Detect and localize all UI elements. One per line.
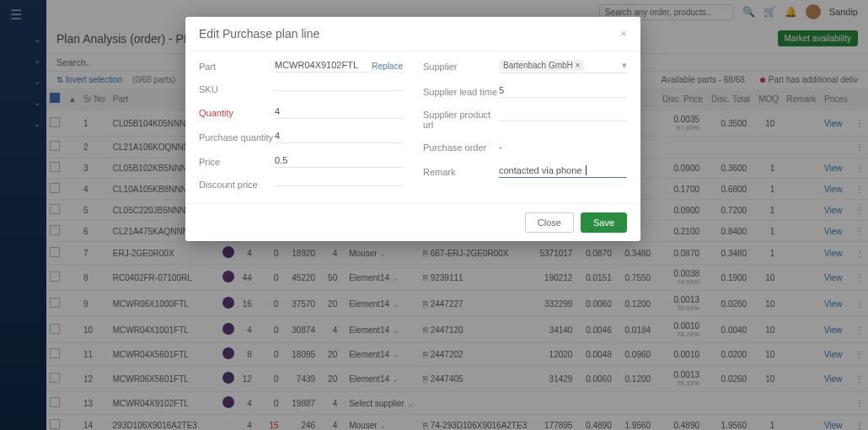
lead-time-label: Supplier lead time (423, 87, 499, 97)
part-label: Part (199, 62, 275, 72)
save-button[interactable]: Save (581, 212, 627, 233)
purchase-qty-input[interactable]: 4 (275, 131, 403, 143)
lead-time-input[interactable]: 5 (499, 85, 627, 98)
remark-label: Remark (423, 167, 499, 177)
modal-title: Edit Purchase plan line (199, 27, 319, 40)
close-icon[interactable]: × (620, 27, 627, 40)
quantity-input[interactable]: 4 (275, 106, 403, 119)
discount-price-input[interactable] (275, 184, 403, 186)
supplier-label: Supplier (423, 62, 499, 72)
sku-label: SKU (199, 84, 275, 94)
product-url-input[interactable] (499, 119, 627, 121)
remark-input[interactable]: contacted via phone (499, 165, 627, 178)
discount-price-label: Discount price (199, 180, 275, 190)
sku-input[interactable] (275, 89, 403, 91)
quantity-label: Quantity (199, 108, 275, 118)
product-url-label: Supplier product url (423, 110, 499, 130)
price-input[interactable]: 0.5 (275, 155, 403, 168)
edit-purchase-plan-modal: Edit Purchase plan line × PartMCWR04X910… (185, 17, 640, 241)
purchase-order-label: Purchase order (423, 142, 499, 153)
price-label: Price (199, 157, 275, 167)
purchase-qty-label: Purchase quantity (199, 132, 275, 142)
part-value: MCWR04X9102FTL (275, 60, 372, 73)
replace-link[interactable]: Replace (372, 62, 403, 71)
purchase-order-value: - (499, 142, 627, 153)
close-button[interactable]: Close (525, 212, 574, 233)
supplier-select[interactable]: Bartenbach GmbH ×▾ (499, 60, 627, 73)
